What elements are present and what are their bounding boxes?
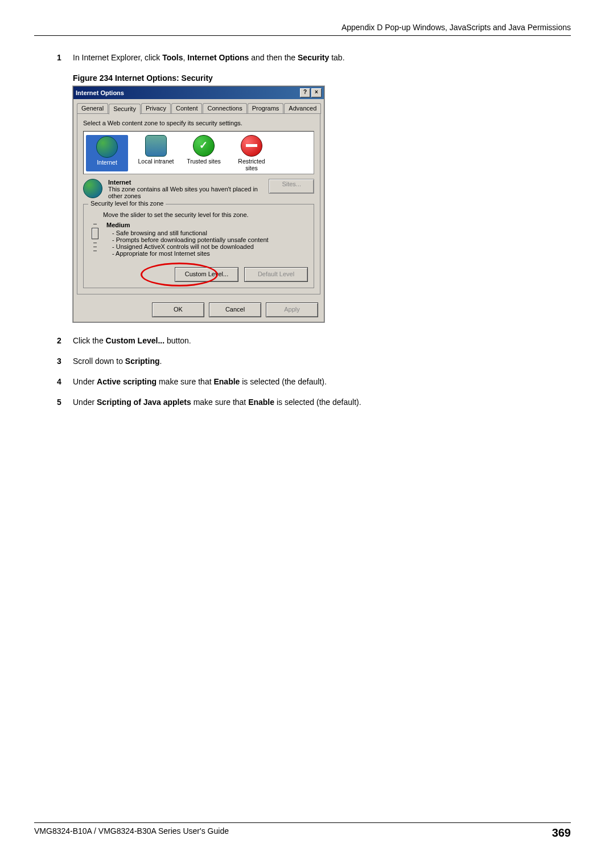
dialog-titlebar: Internet Options ? × xyxy=(73,87,324,99)
tab-advanced[interactable]: Advanced xyxy=(284,103,321,114)
tab-general[interactable]: General xyxy=(77,103,108,114)
zone-label: Internet xyxy=(87,159,127,166)
step-number: 1 xyxy=(57,53,73,62)
dialog-button-row: OK Cancel Apply xyxy=(73,298,324,322)
default-level-button: Default Level xyxy=(244,267,308,282)
step-2: 2 Click the Custom Level... button. xyxy=(57,336,571,345)
stop-icon xyxy=(241,135,262,157)
step-number: 4 xyxy=(57,377,73,386)
page-header: Appendix D Pop-up Windows, JavaScripts a… xyxy=(34,23,571,36)
security-slider[interactable] xyxy=(89,222,101,257)
zone-restricted-sites[interactable]: Restricted sites xyxy=(232,135,271,171)
guide-title: VMG8324-B10A / VMG8324-B30A Series User'… xyxy=(34,826,229,840)
close-icon[interactable]: × xyxy=(311,88,322,97)
apply-button: Apply xyxy=(266,302,318,317)
zone-label: Restricted sites xyxy=(232,158,271,171)
zone-label: Local intranet xyxy=(136,158,176,165)
step-5: 5 Under Scripting of Java applets make s… xyxy=(57,398,571,407)
step-text: In Internet Explorer, click Tools, Inter… xyxy=(73,53,345,62)
figure-label: Figure 234 Internet Options: Security xyxy=(73,73,571,83)
tab-connections[interactable]: Connections xyxy=(203,103,246,114)
appendix-title: Appendix D Pop-up Windows, JavaScripts a… xyxy=(341,23,571,32)
step-text: Under Active scripting make sure that En… xyxy=(73,377,327,386)
page-footer: VMG8324-B10A / VMG8324-B30A Series User'… xyxy=(34,822,571,840)
step-3: 3 Scroll down to Scripting. xyxy=(57,357,571,366)
security-tab-body: Select a Web content zone to specify its… xyxy=(77,113,320,294)
security-level-group: Security level for this zone Move the sl… xyxy=(83,204,314,288)
cancel-button[interactable]: Cancel xyxy=(209,302,261,317)
tab-programs[interactable]: Programs xyxy=(248,103,284,114)
dialog-tabs: General Security Privacy Content Connect… xyxy=(73,99,324,113)
zone-local-intranet[interactable]: Local intranet xyxy=(136,135,176,171)
dialog-title: Internet Options xyxy=(76,89,124,96)
slider-tick xyxy=(93,243,97,243)
step-text: Click the Custom Level... button. xyxy=(73,336,191,345)
custom-level-button[interactable]: Custom Level... xyxy=(175,267,238,282)
zone-instruction: Select a Web content zone to specify its… xyxy=(83,120,314,126)
check-icon xyxy=(193,135,215,157)
step-number: 2 xyxy=(57,336,73,345)
tab-security[interactable]: Security xyxy=(109,104,141,114)
zone-description-row: Internet This zone contains all Web site… xyxy=(83,179,314,199)
slider-instruction: Move the slider to set the security leve… xyxy=(103,211,308,218)
level-bullets: - Safe browsing and still functional - P… xyxy=(112,230,269,257)
zone-description: Internet This zone contains all Web site… xyxy=(108,179,263,199)
slider-thumb[interactable] xyxy=(92,228,98,239)
slider-row: Medium - Safe browsing and still functio… xyxy=(89,222,308,257)
step-4: 4 Under Active scripting make sure that … xyxy=(57,377,571,386)
zones-box: Internet Local intranet Trusted sites Re… xyxy=(83,131,314,174)
step-number: 5 xyxy=(57,398,73,407)
zone-label: Trusted sites xyxy=(184,158,224,165)
tab-content[interactable]: Content xyxy=(171,103,203,114)
sites-button: Sites... xyxy=(269,179,314,194)
slider-tick xyxy=(93,247,97,247)
level-button-row: Custom Level... Default Level xyxy=(89,267,308,282)
step-text: Scroll down to Scripting. xyxy=(73,357,162,366)
step-text: Under Scripting of Java applets make sur… xyxy=(73,398,361,407)
globe-icon xyxy=(83,179,102,198)
titlebar-buttons: ? × xyxy=(300,88,322,97)
slider-tick xyxy=(93,224,97,224)
zone-internet[interactable]: Internet xyxy=(86,135,128,171)
monitor-icon xyxy=(145,135,167,157)
group-label: Security level for this zone xyxy=(88,200,166,207)
help-icon[interactable]: ? xyxy=(300,88,310,97)
page-number: 369 xyxy=(552,826,571,840)
internet-options-dialog: Internet Options ? × General Security Pr… xyxy=(73,86,324,322)
globe-icon xyxy=(96,136,118,158)
slider-tick xyxy=(93,251,97,251)
step-1: 1 In Internet Explorer, click Tools, Int… xyxy=(57,53,571,62)
tab-privacy[interactable]: Privacy xyxy=(141,103,171,114)
zone-trusted-sites[interactable]: Trusted sites xyxy=(184,135,224,171)
step-number: 3 xyxy=(57,357,73,366)
level-description: Medium - Safe browsing and still functio… xyxy=(106,222,269,257)
instruction-list: 1 In Internet Explorer, click Tools, Int… xyxy=(57,53,571,407)
ok-button[interactable]: OK xyxy=(152,302,204,317)
